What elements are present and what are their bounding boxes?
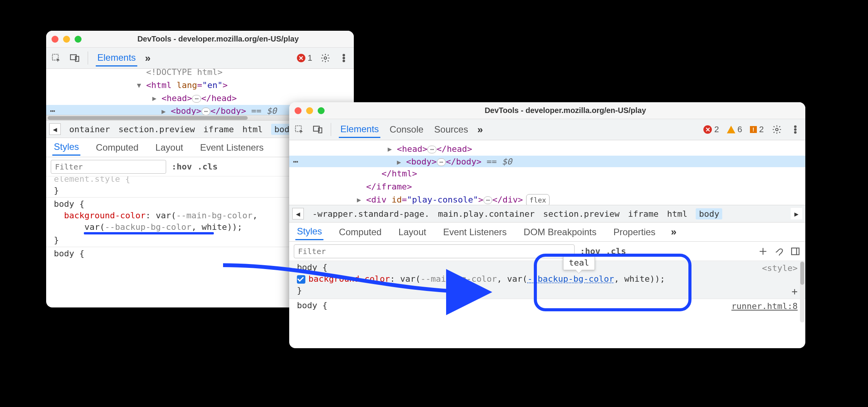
settings-icon[interactable] — [771, 124, 782, 135]
styles-rules: <style> body { background-color: var(--m… — [289, 261, 805, 326]
tab-sources[interactable]: Sources — [433, 122, 470, 137]
close-dot[interactable] — [52, 36, 58, 43]
css-var[interactable]: --main-bg-color — [420, 274, 497, 284]
minimize-dot[interactable] — [306, 107, 313, 114]
cls-toggle[interactable]: .cls — [606, 246, 626, 256]
breadcrumb-item[interactable]: html — [667, 209, 687, 219]
tab-properties[interactable]: Properties — [612, 224, 657, 240]
ellipsis-icon[interactable]: ⋯ — [427, 146, 436, 153]
hov-toggle[interactable]: :hov — [172, 162, 192, 171]
flex-badge[interactable]: flex — [526, 194, 550, 205]
rule-selector: body { — [54, 249, 84, 258]
inspect-icon[interactable] — [51, 53, 62, 63]
device-toolbar-icon[interactable] — [69, 53, 80, 63]
breadcrumb-item[interactable]: section.preview — [118, 125, 195, 134]
css-var-link[interactable]: --backup-bg-color — [528, 274, 614, 284]
breadcrumb-next-icon[interactable]: ▶ — [791, 208, 802, 219]
zoom-dot[interactable] — [318, 107, 325, 114]
brush-icon[interactable] — [774, 246, 785, 257]
tab-dombreakpoints[interactable]: DOM Breakpoints — [522, 224, 598, 240]
traffic-lights — [52, 36, 82, 43]
titlebar: DevTools - developer.mozilla.org/en-US/p… — [46, 31, 354, 48]
tree-row[interactable]: </iframe> — [289, 180, 805, 193]
titlebar: DevTools - developer.mozilla.org/en-US/p… — [289, 102, 805, 119]
rule-selector: body { — [54, 199, 84, 209]
tab-layout[interactable]: Layout — [397, 224, 428, 240]
error-badge[interactable]: ✕2 — [703, 125, 719, 135]
ellipsis-icon[interactable]: ⋯ — [437, 158, 446, 166]
breadcrumb-item[interactable]: iframe — [628, 209, 658, 219]
breadcrumb: ◀ -wrapper.standard-page. main.play.cont… — [289, 205, 805, 223]
css-property[interactable]: background-color — [64, 211, 146, 220]
window-title: DevTools - developer.mozilla.org/en-US/p… — [331, 106, 800, 115]
add-property-icon[interactable]: + — [791, 286, 798, 297]
css-var[interactable]: --main-bg-color — [176, 211, 253, 220]
breadcrumb-item[interactable]: html — [242, 125, 263, 134]
svg-rect-14 — [791, 248, 799, 254]
tab-computed[interactable]: Computed — [337, 224, 383, 240]
error-count: 1 — [308, 53, 312, 63]
separator — [88, 51, 88, 65]
tab-eventlisteners[interactable]: Event Listeners — [198, 140, 265, 155]
svg-point-11 — [795, 126, 796, 127]
ellipsis-icon[interactable]: ⋯ — [192, 95, 201, 103]
breadcrumb-item[interactable]: section.preview — [543, 209, 620, 219]
zoom-dot[interactable] — [75, 36, 82, 43]
rule-selector: body { — [297, 301, 327, 310]
toggle-panel-icon[interactable] — [790, 246, 801, 257]
tab-styles[interactable]: Styles — [295, 224, 323, 240]
more-tabs-icon[interactable]: » — [477, 124, 480, 136]
css-value[interactable]: white — [624, 274, 650, 284]
warn-badge[interactable]: 6 — [727, 125, 742, 135]
kebab-icon[interactable] — [338, 53, 349, 63]
tab-elements[interactable]: Elements — [339, 121, 380, 138]
breadcrumb-item[interactable]: iframe — [203, 125, 234, 134]
minimize-dot[interactable] — [63, 36, 70, 43]
elements-tree[interactable]: ▶ <head>⋯</head> ⋯ ▶ <body>⋯</body> == $… — [289, 140, 805, 205]
css-rule[interactable]: runner.html:8 body { — [289, 299, 805, 312]
device-toolbar-icon[interactable] — [312, 124, 323, 135]
close-dot[interactable] — [295, 107, 302, 114]
styles-filter-input[interactable] — [51, 160, 166, 174]
tab-console[interactable]: Console — [388, 122, 425, 137]
breadcrumb-prev-icon[interactable]: ◀ — [292, 208, 304, 219]
css-rule[interactable]: <style> body { background-color: var(--m… — [289, 261, 805, 299]
tab-layout[interactable]: Layout — [154, 140, 185, 155]
css-value[interactable]: white — [202, 222, 227, 232]
tree-row-head[interactable]: ▶ <head>⋯</head> — [289, 143, 805, 156]
error-badge[interactable]: ✕1 — [297, 53, 312, 63]
separator — [331, 123, 331, 136]
breadcrumb-item[interactable]: -wrapper.standard-page. — [312, 209, 430, 219]
cls-toggle[interactable]: .cls — [197, 162, 218, 171]
rule-origin[interactable]: <style> — [762, 262, 798, 274]
breadcrumb-item[interactable]: ontainer — [69, 125, 110, 134]
more-tabs-icon[interactable]: » — [145, 52, 148, 64]
svg-point-4 — [343, 54, 345, 56]
hov-toggle[interactable]: :hov — [580, 246, 600, 256]
info-badge[interactable]: !2 — [750, 125, 764, 135]
breadcrumb-prev-icon[interactable]: ◀ — [49, 123, 61, 135]
tree-row[interactable]: </html> — [289, 167, 805, 180]
tree-row-html[interactable]: ▼ <html lang="en"> — [46, 79, 354, 92]
tab-computed[interactable]: Computed — [94, 140, 140, 155]
tree-row-body[interactable]: ⋯ ▶ <body>⋯</body> == $0 — [289, 156, 805, 167]
css-var[interactable]: --backup-bg-color — [105, 222, 191, 232]
tab-eventlisteners[interactable]: Event Listeners — [441, 224, 508, 240]
css-property[interactable]: background-color — [308, 274, 390, 284]
tree-row-div[interactable]: ▶ <div id="play-console">⋯</div>flex — [289, 193, 805, 205]
inspect-icon[interactable] — [294, 124, 305, 135]
styles-filter-input[interactable] — [294, 244, 575, 258]
rule-origin[interactable]: runner.html:8 — [731, 301, 798, 312]
more-sidetabs-icon[interactable]: » — [671, 226, 674, 238]
ellipsis-icon[interactable]: ⋯ — [202, 108, 211, 115]
property-toggle-checkbox[interactable] — [297, 275, 305, 284]
breadcrumb-item-selected[interactable]: body — [696, 208, 722, 219]
breadcrumb-item[interactable]: main.play.container — [438, 209, 535, 219]
new-rule-icon[interactable] — [758, 246, 768, 257]
tab-styles[interactable]: Styles — [52, 139, 80, 156]
kebab-icon[interactable] — [790, 124, 801, 135]
sidebar-tabs: Styles Computed Layout Event Listeners D… — [289, 223, 805, 242]
tab-elements[interactable]: Elements — [96, 50, 137, 66]
ellipsis-icon[interactable]: ⋯ — [483, 196, 493, 204]
settings-icon[interactable] — [320, 53, 331, 63]
